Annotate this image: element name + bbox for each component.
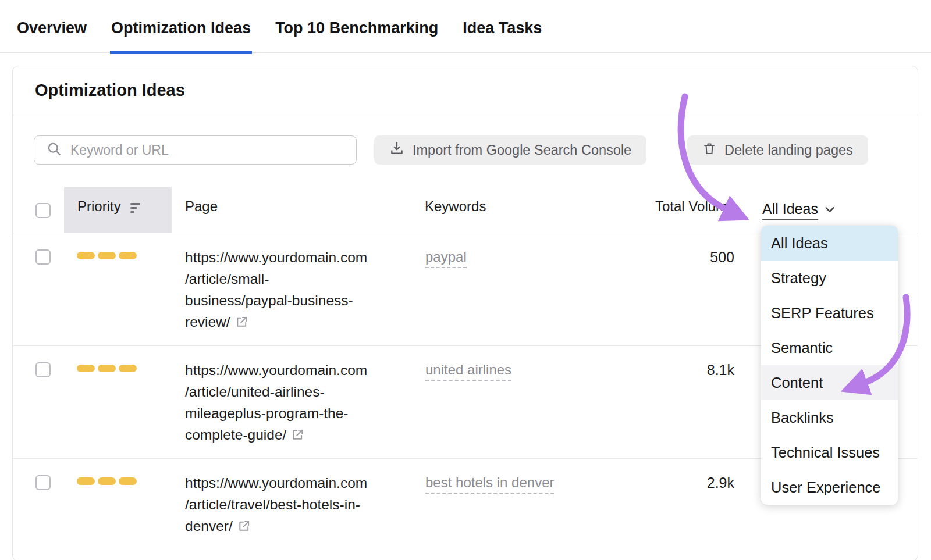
dropdown-item-all-ideas[interactable]: All Ideas xyxy=(761,226,898,261)
tab-idea-tasks[interactable]: Idea Tasks xyxy=(461,19,543,54)
row-checkbox[interactable] xyxy=(35,475,51,490)
page-url: https://www.yourdomain.com /article/trav… xyxy=(185,472,406,538)
header-page: Page xyxy=(185,198,218,215)
dropdown-item-strategy[interactable]: Strategy xyxy=(761,261,898,295)
select-all-checkbox[interactable] xyxy=(35,203,51,218)
tab-overview[interactable]: Overview xyxy=(16,19,88,54)
ideas-filter-selected-value: All Ideas xyxy=(762,201,818,220)
title-divider xyxy=(13,115,918,115)
url-line: review/ xyxy=(185,314,230,330)
tab-optimization-ideas[interactable]: Optimization Ideas xyxy=(110,19,252,54)
header-priority: Priority xyxy=(77,198,121,215)
keyword-link[interactable]: paypal xyxy=(425,249,467,268)
priority-bars xyxy=(77,365,137,372)
keyword-link[interactable]: united airlines xyxy=(425,362,511,381)
dropdown-item-semantic[interactable]: Semantic xyxy=(761,330,898,365)
url-line: denver/ xyxy=(185,518,233,534)
url-line: /article/travel/best-hotels-in- xyxy=(185,494,406,515)
url-line: complete-guide/ xyxy=(185,427,286,443)
priority-bars xyxy=(77,477,137,485)
total-volume-value: 2.9k xyxy=(640,475,734,491)
dropdown-item-serp-features[interactable]: SERP Features xyxy=(761,295,898,330)
delete-landing-pages-label: Delete landing pages xyxy=(724,142,853,158)
total-volume-value: 8.1k xyxy=(640,362,734,379)
page-url: https://www.yourdomain.com /article/unit… xyxy=(185,359,406,447)
url-line: business/paypal-business- xyxy=(185,290,406,311)
external-link-icon[interactable] xyxy=(235,313,248,334)
url-line: https://www.yourdomain.com xyxy=(185,472,406,494)
import-gsc-button[interactable]: Import from Google Search Console xyxy=(374,135,646,165)
url-line: /article/united-airlines- xyxy=(185,381,406,402)
dropdown-item-technical-issues[interactable]: Technical Issues xyxy=(761,435,898,470)
keyword-link[interactable]: best hotels in denver xyxy=(425,475,554,494)
row-checkbox[interactable] xyxy=(35,362,51,377)
sort-icon[interactable] xyxy=(130,202,143,216)
external-link-icon[interactable] xyxy=(237,517,251,538)
tab-top-10-benchmarking[interactable]: Top 10 Benchmarking xyxy=(274,19,439,54)
ideas-filter-dropdown-menu: All Ideas Strategy SERP Features Semanti… xyxy=(761,226,898,505)
url-line: https://www.yourdomain.com xyxy=(185,247,406,268)
on-page-seo-checker: Overview Optimization Ideas Top 10 Bench… xyxy=(0,0,931,560)
import-gsc-label: Import from Google Search Console xyxy=(413,142,631,158)
download-icon xyxy=(389,141,404,159)
total-volume-value: 500 xyxy=(640,249,734,266)
dropdown-item-backlinks[interactable]: Backlinks xyxy=(761,400,898,435)
external-link-icon[interactable] xyxy=(291,426,304,447)
url-line: mileageplus-program-the- xyxy=(185,402,406,424)
url-line: https://www.yourdomain.com xyxy=(185,359,406,381)
url-line: /article/small- xyxy=(185,268,406,290)
search-box xyxy=(34,135,357,165)
trash-icon xyxy=(702,141,716,159)
search-icon xyxy=(46,141,62,159)
delete-landing-pages-button[interactable]: Delete landing pages xyxy=(687,135,868,165)
row-checkbox[interactable] xyxy=(35,249,51,265)
dropdown-item-user-experience[interactable]: User Experience xyxy=(761,470,898,505)
priority-bars xyxy=(77,252,137,259)
dropdown-item-content[interactable]: Content xyxy=(761,365,898,400)
chevron-down-icon xyxy=(823,203,836,218)
search-input[interactable] xyxy=(70,136,356,164)
card-title: Optimization Ideas xyxy=(35,81,185,100)
header-keywords: Keywords xyxy=(425,198,486,215)
ideas-filter-dropdown-trigger[interactable]: All Ideas xyxy=(762,201,836,220)
top-tab-bar: Overview Optimization Ideas Top 10 Bench… xyxy=(0,0,931,53)
page-url: https://www.yourdomain.com /article/smal… xyxy=(185,247,406,334)
header-total-volume: Total Volume xyxy=(655,198,735,215)
